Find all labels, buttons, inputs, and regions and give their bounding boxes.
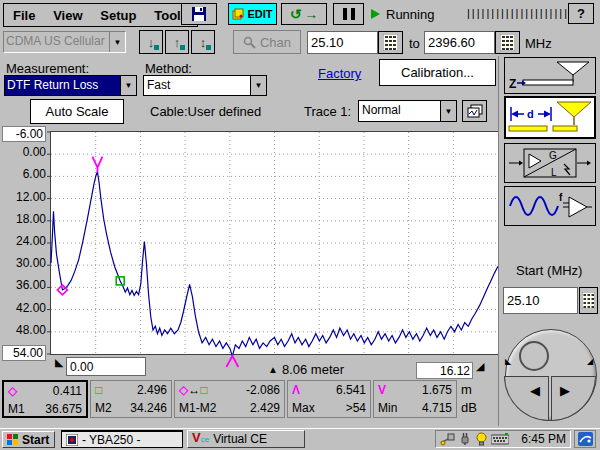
measurement-dropdown[interactable]: DTF Return Loss ▼: [4, 75, 137, 96]
save-button[interactable]: [181, 3, 217, 25]
stop-frequency-value: 2396.60: [428, 35, 475, 50]
calibration-button[interactable]: Calibration...: [379, 59, 496, 86]
x-end-handle-icon[interactable]: ◢: [476, 360, 484, 373]
chan-button-label: Chan: [260, 35, 291, 50]
distance-to-fault-antenna-icon: d: [507, 99, 593, 136]
x-center-marker: ▲ 8.06 meter: [268, 362, 344, 377]
channel-step-updown-button[interactable]: ↕: [191, 30, 215, 54]
svg-text:Z: Z: [509, 77, 516, 91]
trace-label: Trace 1:: [304, 104, 351, 119]
menu-file[interactable]: File: [13, 8, 35, 23]
channel-step-down-button[interactable]: ↓: [139, 30, 163, 54]
autoscale-button[interactable]: Auto Scale: [30, 99, 124, 124]
trace-chart: [51, 132, 498, 354]
menu-setup[interactable]: Setup: [100, 8, 136, 23]
marker-readout-m1[interactable]: ◇0.411 M136.675: [2, 380, 88, 418]
scale-max-field[interactable]: -6.00: [2, 126, 46, 142]
numeric-keypad-icon: [383, 34, 398, 51]
right-arrow-icon: ▶: [560, 383, 570, 398]
clock[interactable]: 6:45 PM: [521, 432, 566, 446]
y-axis-label: 24.00: [0, 234, 46, 248]
channel-step-up-button[interactable]: ↑: [165, 30, 189, 54]
chevron-down-icon: ▼: [109, 32, 125, 52]
channel-table-value: CDMA US Cellular: [4, 32, 109, 52]
impedance-antenna-icon: Z: [507, 60, 593, 91]
sweep-restart-button[interactable]: ↺ →: [281, 3, 327, 25]
edit-button-label: EDIT: [247, 8, 272, 20]
virtual-ce-tray-button[interactable]: [574, 430, 596, 448]
y-axis-label: 42.00: [0, 301, 46, 315]
power-plug-icon[interactable]: [458, 432, 472, 446]
task-button-yba250[interactable]: - YBA250 -: [61, 430, 183, 448]
magnifier-icon: [243, 36, 256, 49]
stop-frequency-keypad-button[interactable]: [495, 31, 520, 54]
x-start-field[interactable]: 0.00: [66, 357, 146, 376]
marker-Max: [226, 356, 238, 367]
start-mhz-keypad-button[interactable]: [579, 287, 598, 314]
channel-table-dropdown[interactable]: CDMA US Cellular ▼: [3, 31, 126, 53]
y-axis-label: 48.00: [0, 323, 46, 337]
stop-frequency-field[interactable]: 2396.60: [424, 31, 495, 54]
question-mark-icon: ?: [577, 6, 585, 21]
task-button-virtual-ce[interactable]: Vce Virtual CE: [187, 430, 305, 448]
system-tray: 6:45 PM: [435, 430, 571, 448]
factory-link[interactable]: Factory: [318, 66, 361, 81]
square-marker-icon: □: [95, 383, 102, 397]
wheel-knob[interactable]: [519, 341, 549, 371]
frequency-unit-label: MHz: [525, 36, 552, 51]
svg-text:f: f: [559, 192, 563, 203]
cable-label: Cable:User defined: [150, 104, 261, 119]
trace-mode-dropdown[interactable]: Normal ▼: [358, 100, 457, 122]
edit-button[interactable]: EDIT: [228, 3, 277, 25]
to-label: to: [409, 36, 420, 51]
chevron-down-icon: ▼: [120, 76, 136, 95]
start-frequency-field[interactable]: 25.10: [307, 31, 378, 54]
up-triangle-icon: ▲: [268, 364, 278, 375]
marker-name: Min: [378, 401, 397, 415]
wheel-left-button[interactable]: ◀: [504, 376, 549, 421]
marker-readout-min[interactable]: V1.675 Min4.715: [373, 380, 457, 418]
measure-gain-loss-button[interactable]: G L: [504, 143, 596, 183]
y-axis-label: 30.00: [0, 256, 46, 270]
chevron-down-icon: ▼: [250, 76, 266, 95]
y-axis-label: 0.00: [0, 145, 46, 159]
pen-mark-icon: [154, 45, 159, 50]
wheel-right-button[interactable]: ▶: [551, 376, 596, 421]
trace-display-button[interactable]: [462, 100, 487, 122]
measure-dtf-button[interactable]: d: [504, 96, 596, 139]
min-marker-icon: V: [378, 383, 386, 397]
lightbulb-icon[interactable]: [475, 432, 488, 446]
start-frequency-value: 25.10: [311, 35, 344, 50]
chan-button[interactable]: Chan: [233, 30, 301, 54]
marker-readout-m2[interactable]: □2.496 M234.246: [90, 380, 172, 418]
measure-signal-source-button[interactable]: f: [504, 186, 596, 226]
start-frequency-keypad-button[interactable]: [378, 31, 403, 54]
method-dropdown[interactable]: Fast ▼: [143, 75, 267, 96]
panel-divider: [498, 56, 499, 426]
scale-min-field[interactable]: 54.00: [2, 345, 46, 361]
marker-readout-delta[interactable]: ◇↔□ -2.086 M1-M22.429: [174, 380, 285, 418]
virtual-ce-desktop-icon: [578, 432, 593, 446]
x-end-field[interactable]: 16.12: [416, 362, 473, 379]
gain-loss-amplifier-icon: G L: [507, 146, 593, 180]
signal-source-icon: f: [507, 189, 593, 223]
network-sync-icon[interactable]: [440, 432, 455, 446]
x-start-handle-icon[interactable]: ◣: [55, 356, 63, 369]
chevron-down-icon: ▼: [440, 101, 456, 121]
svg-text:d: d: [527, 108, 534, 120]
marker-readout-max[interactable]: Λ6.541 Max>54: [287, 380, 371, 418]
pause-button[interactable]: [333, 3, 364, 25]
measurement-label: Measurement:: [6, 61, 89, 76]
yba250-app-icon: [66, 434, 78, 446]
right-arrow-icon: →: [304, 8, 318, 20]
keyboard-icon[interactable]: [491, 433, 509, 445]
virtual-ce-app-icon: Vce: [192, 433, 209, 445]
y-axis-label: 12.00: [0, 190, 46, 204]
help-button[interactable]: ?: [568, 3, 594, 24]
start-button[interactable]: Start: [2, 431, 55, 448]
menu-view[interactable]: View: [53, 8, 82, 23]
measure-impedance-button[interactable]: Z: [504, 57, 596, 94]
start-mhz-field[interactable]: 25.10: [503, 287, 578, 314]
x-center-label: 8.06 meter: [282, 362, 344, 377]
running-play-icon: [371, 9, 380, 19]
